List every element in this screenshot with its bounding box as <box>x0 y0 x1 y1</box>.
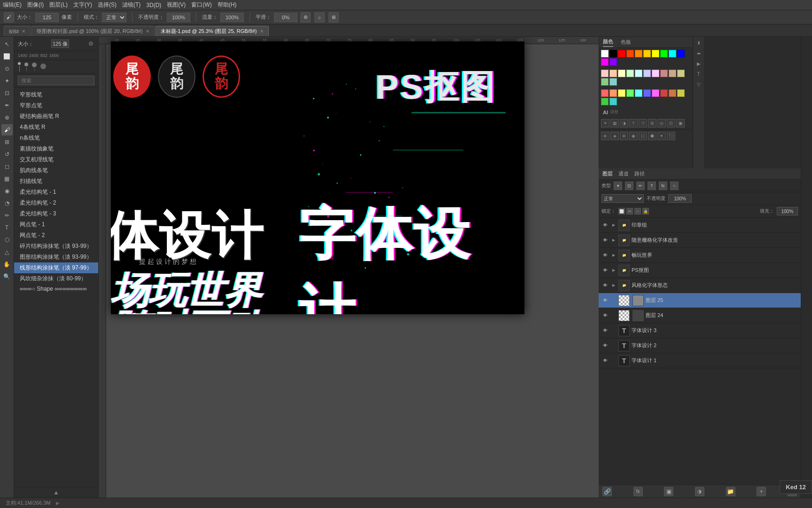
brush-item-0[interactable]: 窄形线笔 <box>14 89 98 100</box>
menu-item-filter[interactable]: 滤镜(T) <box>122 1 141 9</box>
status-forward-btn[interactable]: ▶ <box>56 500 60 506</box>
swatch-yellow-orange[interactable] <box>643 50 651 57</box>
color-tab[interactable]: 颜色 <box>603 37 613 47</box>
layer-item-fengge[interactable]: 👁 ▶ 📁 风格化字体形态 <box>599 278 801 293</box>
menu-item-3d[interactable]: 3D(D) <box>146 2 161 8</box>
adj2-btn-6[interactable]: ⬢ <box>648 132 656 140</box>
eraser-tool[interactable]: ◻ <box>1 161 13 172</box>
swatch-lt-blue[interactable] <box>643 70 651 77</box>
opacity-value-input[interactable] <box>668 194 692 203</box>
lock-position-btn[interactable]: ✏ <box>626 208 633 214</box>
lock-artboard-btn[interactable]: ↔ <box>634 208 641 214</box>
adj-btn-2[interactable]: ▦ <box>610 119 619 127</box>
swatch-m-cyan[interactable] <box>635 89 642 97</box>
swatch-dk-orange[interactable] <box>669 70 676 77</box>
layer-item-25[interactable]: 👁 图层 25 <box>599 293 801 308</box>
menu-item-window[interactable]: 窗口(W) <box>191 1 211 9</box>
adj2-btn-5[interactable]: ⬡ <box>639 132 647 140</box>
layer-item-text3[interactable]: 👁 T 字体设计 3 <box>599 323 801 338</box>
brush-item-15[interactable]: 图形结构涂抹笔（淡 93-99） <box>14 252 98 262</box>
expand-icon-changwan[interactable]: ▶ <box>611 253 617 258</box>
blend-mode-select[interactable]: 正常 <box>601 194 644 203</box>
path-tool[interactable]: ⬡ <box>1 234 13 246</box>
brush-item-2[interactable]: 硬结构曲画笔 R <box>14 111 98 122</box>
crop-tool[interactable]: ⊡ <box>1 87 13 99</box>
dodge-tool[interactable]: ◔ <box>1 198 13 209</box>
right-icon-5[interactable]: ▽ <box>695 80 703 88</box>
menu-item-text[interactable]: 文字(Y) <box>73 1 92 9</box>
filter-dropdown-btn[interactable]: ▾ <box>614 182 622 190</box>
swatch-lt-green[interactable] <box>626 70 634 77</box>
swatch-m-green[interactable] <box>626 89 634 97</box>
lock-all-btn[interactable]: 🔒 <box>642 208 649 214</box>
brush-item-11[interactable]: 柔光结构笔 - 3 <box>14 208 98 219</box>
history-tool[interactable]: ↺ <box>1 149 13 160</box>
layer-item-suiyi[interactable]: 👁 ▶ 📁 随意栅格化字体改造 <box>599 233 801 248</box>
adj-btn-4[interactable]: T <box>629 119 638 127</box>
tab-2-close[interactable]: ✕ <box>146 29 149 34</box>
menu-item-layer[interactable]: 图层(L) <box>49 1 68 9</box>
visibility-icon-24[interactable]: 👁 <box>601 312 609 319</box>
right-icon-1[interactable]: ⬍ <box>695 39 703 47</box>
visibility-icon-changwan[interactable]: 👁 <box>601 252 609 259</box>
layer-item-yinzhang[interactable]: 👁 ▶ 📁 印章组 <box>599 218 801 233</box>
layer-item-ps[interactable]: 👁 ▶ 📁 PS抠图 <box>599 263 801 278</box>
brush-nav-arrow[interactable]: ▲ <box>16 489 96 496</box>
brush-item-5[interactable]: 素描纹抽象笔 <box>14 143 98 154</box>
swatch-black[interactable] <box>609 50 617 57</box>
adj-btn-8[interactable]: ⊡ <box>667 119 675 127</box>
layer-item-24[interactable]: 👁 图层 24 <box>599 308 801 323</box>
swatch-lt-magenta[interactable] <box>652 70 659 77</box>
opacity-input[interactable] <box>167 13 190 22</box>
swatch-lt-orange[interactable] <box>609 70 617 77</box>
adj-btn-5[interactable]: ▽ <box>639 119 647 127</box>
swatch-orange[interactable] <box>635 50 642 57</box>
layer-adj-btn[interactable]: ◑ <box>695 487 704 496</box>
expand-icon-suiyi[interactable]: ▶ <box>611 238 617 243</box>
panel-settings-btn[interactable]: ⚙ <box>87 40 94 48</box>
adj-btn-1[interactable]: ☀ <box>601 119 609 127</box>
brush-item-13[interactable]: 网点笔 - 2 <box>14 230 98 241</box>
filter-kind-btn[interactable]: ⊡ <box>625 182 633 190</box>
brush-item-3[interactable]: 4条线笔 R <box>14 122 98 133</box>
brush-item-10[interactable]: 柔光结构笔 - 2 <box>14 198 98 208</box>
blur-tool[interactable]: ◉ <box>1 185 13 197</box>
swatch-cyan[interactable] <box>669 50 676 57</box>
visibility-icon-fengge[interactable]: 👁 <box>601 282 609 289</box>
swatch-m-orange[interactable] <box>609 89 617 97</box>
swatch-d-orange[interactable] <box>669 89 676 97</box>
visibility-icon-text3[interactable]: 👁 <box>601 327 609 334</box>
swatch-lt-red[interactable] <box>601 70 609 77</box>
heal-tool[interactable]: ⊕ <box>1 112 13 123</box>
smoothing-settings-btn[interactable]: ⚙ <box>300 12 311 23</box>
brush-item-16[interactable]: 线形结构涂抹笔（淡 97-99） <box>14 262 98 273</box>
filter-toggle-btn[interactable]: ○ <box>670 182 679 190</box>
layers-tab-layers[interactable]: 图层 <box>602 170 613 177</box>
filter-effect-btn[interactable]: fx <box>659 182 667 190</box>
extra-btn-2[interactable]: ⊞ <box>328 12 339 23</box>
eyedropper-tool[interactable]: ✒ <box>1 100 13 111</box>
swatch-lt-cyan[interactable] <box>635 70 642 77</box>
size-input[interactable] <box>35 13 59 22</box>
brush-item-12[interactable]: 网点笔 - 1 <box>14 219 98 230</box>
magic-wand-tool[interactable]: ✦ <box>1 75 13 87</box>
tool-icon[interactable]: 🖌 <box>4 12 14 23</box>
layer-add-btn[interactable]: + <box>757 487 766 496</box>
marquee-tool[interactable]: ⬜ <box>1 51 13 62</box>
lasso-tool[interactable]: ⊙ <box>1 63 13 74</box>
swatch-orange-red[interactable] <box>626 50 634 57</box>
swatch-purple[interactable] <box>609 58 617 66</box>
visibility-icon-text1[interactable]: 👁 <box>601 357 609 365</box>
visibility-icon-25[interactable]: 👁 <box>601 297 609 304</box>
adj2-btn-3[interactable]: ⊕ <box>620 132 628 140</box>
visibility-icon-ps[interactable]: 👁 <box>601 267 609 274</box>
right-icon-2[interactable]: ⬌ <box>695 49 703 57</box>
swatch-dk-cyan[interactable] <box>609 78 617 86</box>
canvas-area[interactable]: 20 25 30 35 40 45 50 55 60 65 70 75 80 8… <box>99 37 599 498</box>
adj2-btn-1[interactable]: ⊗ <box>601 132 609 140</box>
brush-item-1[interactable]: 窄形点笔 <box>14 100 98 111</box>
right-icon-3[interactable]: ▶ <box>695 59 703 68</box>
visibility-icon-yinzhang[interactable]: 👁 <box>601 222 609 229</box>
visibility-icon-text2[interactable]: 👁 <box>601 342 609 349</box>
brush-item-6[interactable]: 交叉机理线笔 <box>14 154 98 165</box>
